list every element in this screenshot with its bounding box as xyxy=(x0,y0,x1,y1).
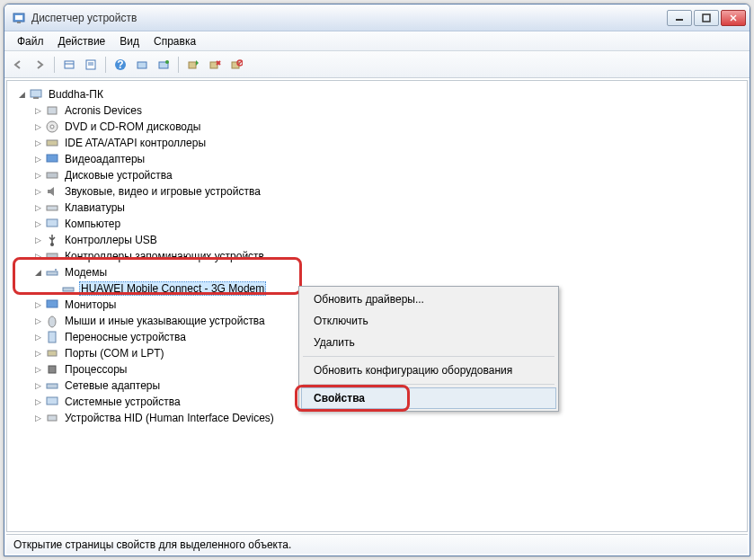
svg-rect-45 xyxy=(47,397,58,404)
svg-point-16 xyxy=(165,60,169,64)
svg-rect-31 xyxy=(47,173,58,178)
help-button[interactable]: ? xyxy=(111,55,130,75)
expand-icon[interactable]: ▷ xyxy=(32,251,43,262)
expand-icon[interactable]: ▷ xyxy=(32,202,43,213)
show-hidden-button[interactable] xyxy=(59,55,79,75)
uninstall-button[interactable] xyxy=(205,55,225,75)
tree-root[interactable]: ◢ Buddha-ПК xyxy=(11,86,743,102)
expand-icon[interactable]: ▷ xyxy=(32,348,43,359)
device-icon xyxy=(45,103,59,118)
portable-icon xyxy=(45,330,59,344)
svg-rect-36 xyxy=(47,271,58,275)
ctx-uninstall[interactable]: Удалить xyxy=(301,332,556,353)
disc-icon xyxy=(45,120,59,134)
network-icon xyxy=(45,378,59,393)
port-icon xyxy=(45,346,59,360)
ctx-disable[interactable]: Отключить xyxy=(301,310,556,332)
usb-icon xyxy=(45,233,59,247)
collapse-icon[interactable]: ◢ xyxy=(32,267,43,278)
expand-icon[interactable]: ▷ xyxy=(32,364,43,375)
svg-rect-44 xyxy=(47,384,58,388)
svg-rect-17 xyxy=(189,62,196,68)
svg-rect-32 xyxy=(47,206,58,210)
ctx-scan-hardware[interactable]: Обновить конфигурацию оборудования xyxy=(301,360,556,381)
svg-rect-26 xyxy=(48,107,57,114)
tree-item[interactable]: ▷DVD и CD-ROM дисководы xyxy=(11,119,743,135)
expand-icon[interactable]: ▷ xyxy=(32,380,43,391)
window-controls xyxy=(667,10,746,26)
tree-item[interactable]: ▷Контроллеры USB xyxy=(11,232,743,248)
svg-rect-14 xyxy=(137,62,146,68)
tree-item[interactable]: ▷Контроллеры запоминающих устройств xyxy=(11,248,743,264)
tree-item[interactable]: ▷Звуковые, видео и игровые устройства xyxy=(11,183,743,200)
tree-item[interactable]: ▷Видеоадаптеры xyxy=(11,151,743,167)
expand-icon[interactable]: ▷ xyxy=(32,138,43,148)
device-tree[interactable]: ◢ Buddha-ПК ▷Acronis Devices ▷DVD и CD-R… xyxy=(7,81,747,531)
expand-icon[interactable]: ▷ xyxy=(32,332,43,342)
modem-icon xyxy=(61,281,75,296)
expand-icon[interactable]: ▷ xyxy=(32,396,43,407)
monitor-icon xyxy=(45,298,59,312)
audio-icon xyxy=(45,184,59,199)
expand-icon[interactable]: ▷ xyxy=(32,121,43,132)
scan-button[interactable] xyxy=(132,55,152,75)
menu-view[interactable]: Вид xyxy=(112,33,146,49)
collapse-icon[interactable]: ◢ xyxy=(16,89,27,100)
svg-rect-4 xyxy=(703,14,710,22)
disk-icon xyxy=(45,168,59,182)
window-title: Диспетчер устройств xyxy=(31,12,667,24)
content-area: ◢ Buddha-ПК ▷Acronis Devices ▷DVD и CD-R… xyxy=(6,80,748,532)
system-icon xyxy=(45,395,59,409)
properties-button[interactable] xyxy=(81,55,101,75)
back-button[interactable] xyxy=(8,55,28,75)
computer-icon xyxy=(29,87,43,102)
expand-icon[interactable]: ▷ xyxy=(32,235,43,245)
disable-button[interactable] xyxy=(226,55,246,75)
svg-rect-2 xyxy=(17,22,21,23)
expand-icon[interactable]: ▷ xyxy=(32,316,43,326)
svg-point-40 xyxy=(49,316,56,327)
minimize-button[interactable] xyxy=(667,10,692,26)
expand-icon[interactable]: ▷ xyxy=(32,186,43,197)
refresh-button[interactable] xyxy=(154,55,173,75)
display-icon xyxy=(45,152,59,166)
ctx-update-drivers[interactable]: Обновить драйверы... xyxy=(301,289,556,310)
svg-point-34 xyxy=(50,243,54,246)
expand-icon[interactable]: ▷ xyxy=(32,299,43,310)
svg-rect-42 xyxy=(48,351,57,356)
tree-item[interactable]: ▷Компьютер xyxy=(11,216,743,232)
tree-item[interactable]: ▷Дисковые устройства xyxy=(11,167,743,183)
svg-rect-1 xyxy=(15,15,22,20)
menu-help[interactable]: Справка xyxy=(146,33,203,49)
forward-button[interactable] xyxy=(30,55,49,75)
expand-icon[interactable]: ▷ xyxy=(32,413,43,423)
titlebar[interactable]: Диспетчер устройств xyxy=(4,4,750,31)
storage-icon xyxy=(45,249,59,263)
maximize-button[interactable] xyxy=(694,10,719,26)
svg-rect-18 xyxy=(210,62,217,68)
update-driver-button[interactable] xyxy=(183,55,203,75)
svg-rect-25 xyxy=(33,97,39,99)
close-button[interactable] xyxy=(721,10,746,26)
expand-icon[interactable]: ▷ xyxy=(32,218,43,229)
menu-file[interactable]: Файл xyxy=(10,33,51,49)
modem-icon xyxy=(45,265,59,280)
svg-rect-39 xyxy=(47,300,58,307)
ctx-properties[interactable]: Свойства xyxy=(301,387,556,409)
expand-icon[interactable]: ▷ xyxy=(32,154,43,164)
device-manager-window: Диспетчер устройств Файл Действие Вид Сп… xyxy=(4,4,750,556)
tree-item[interactable]: ▷Устройства HID (Human Interface Devices… xyxy=(11,410,743,426)
ctx-separator xyxy=(303,384,554,385)
tree-modems[interactable]: ◢Модемы xyxy=(11,264,743,280)
menu-action[interactable]: Действие xyxy=(51,33,113,49)
svg-rect-33 xyxy=(47,219,58,227)
expand-icon[interactable]: ▷ xyxy=(32,170,43,181)
svg-text:?: ? xyxy=(117,58,123,71)
tree-item[interactable]: ▷Клавиатуры xyxy=(11,200,743,216)
expand-icon[interactable]: ▷ xyxy=(32,105,43,116)
tree-item[interactable]: ▷IDE ATA/ATAPI контроллеры xyxy=(11,135,743,151)
keyboard-icon xyxy=(45,200,59,215)
tree-item[interactable]: ▷Acronis Devices xyxy=(11,102,743,119)
cpu-icon xyxy=(45,362,59,377)
svg-rect-46 xyxy=(48,415,57,421)
